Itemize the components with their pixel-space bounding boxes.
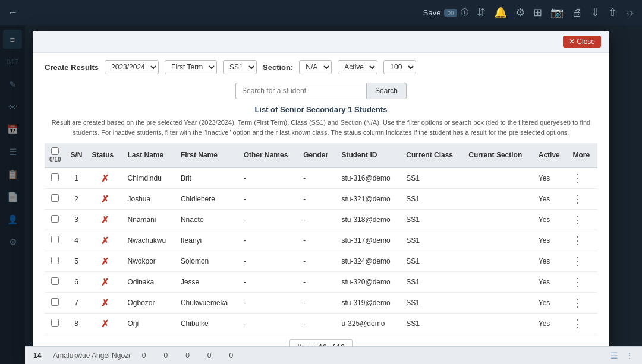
search-button[interactable]: Search bbox=[366, 83, 407, 99]
bottom-icon-1[interactable]: ☰ bbox=[610, 351, 618, 360]
table-row: 1 ✗ Chimdindu Brit - - stu-316@demo SS1 … bbox=[45, 167, 597, 189]
row-more-cell: ⋮ bbox=[568, 167, 597, 189]
row-checkbox[interactable] bbox=[51, 236, 59, 243]
row-checkbox-cell bbox=[45, 167, 65, 189]
count-select[interactable]: 100 bbox=[383, 60, 416, 74]
row-current-section bbox=[464, 167, 534, 189]
search-row: Search bbox=[45, 83, 597, 99]
header-checkbox-col: 0/10 bbox=[45, 143, 65, 167]
row-checkbox-cell bbox=[45, 189, 65, 210]
row-checkbox-cell bbox=[45, 314, 65, 334]
search-input[interactable] bbox=[235, 83, 366, 99]
overlay-backdrop: ✕ Close Create Results 2023/2024 First T… bbox=[0, 25, 642, 364]
select-all-checkbox[interactable] bbox=[51, 147, 59, 155]
row-gender: - bbox=[298, 167, 336, 189]
term-select[interactable]: First Term bbox=[165, 60, 217, 74]
close-button[interactable]: ✕ Close bbox=[563, 36, 601, 48]
row-student-id: stu-324@demo bbox=[336, 251, 401, 272]
row-current-class: SS1 bbox=[401, 210, 464, 230]
row-student-id: stu-321@demo bbox=[336, 189, 401, 210]
row-student-id: stu-318@demo bbox=[336, 210, 401, 230]
row-checkbox[interactable] bbox=[51, 257, 59, 264]
row-status: ✗ bbox=[87, 293, 122, 314]
info-title: List of Senior Secondary 1 Students bbox=[45, 105, 597, 114]
row-last-name: Chimdindu bbox=[122, 167, 175, 189]
col-val-4: 0 bbox=[207, 352, 212, 360]
row-first-name: Nnaeto bbox=[176, 210, 239, 230]
row-checkbox[interactable] bbox=[51, 319, 59, 327]
row-sn: 7 bbox=[65, 293, 87, 314]
row-current-section bbox=[464, 314, 534, 334]
row-checkbox[interactable] bbox=[51, 215, 59, 223]
row-status: ✗ bbox=[87, 272, 122, 293]
more-icon[interactable]: ⋮ bbox=[572, 255, 583, 267]
class-select[interactable]: SS1 bbox=[223, 60, 257, 74]
row-active: Yes bbox=[534, 230, 568, 251]
row-active: Yes bbox=[534, 251, 568, 272]
bottom-icon-2[interactable]: ⋮ bbox=[625, 351, 634, 360]
bottom-row-label: Amalukwue Angel Ngozi bbox=[53, 352, 130, 360]
sort-icon[interactable]: ⇵ bbox=[477, 6, 486, 19]
bottom-col-vals: 0 0 0 0 0 bbox=[142, 352, 233, 360]
table-row: 4 ✗ Nwachukwu Ifeanyi - - stu-317@demo S… bbox=[45, 230, 597, 251]
row-gender: - bbox=[298, 251, 336, 272]
more-icon[interactable]: ⋮ bbox=[572, 172, 583, 184]
row-current-section bbox=[464, 272, 534, 293]
theme-icon[interactable]: ☼ bbox=[625, 7, 635, 19]
row-student-id: u-325@demo bbox=[336, 314, 401, 334]
row-current-class: SS1 bbox=[401, 293, 464, 314]
row-student-id: stu-319@demo bbox=[336, 293, 401, 314]
more-icon[interactable]: ⋮ bbox=[572, 297, 583, 309]
more-icon[interactable]: ⋮ bbox=[572, 235, 583, 246]
gear-icon[interactable]: ⚙ bbox=[515, 6, 525, 19]
more-icon[interactable]: ⋮ bbox=[572, 214, 583, 226]
table-row: 8 ✗ Orji Chibuike - - u-325@demo SS1 Yes… bbox=[45, 314, 597, 334]
row-checkbox[interactable] bbox=[51, 194, 59, 202]
row-checkbox[interactable] bbox=[51, 298, 59, 306]
row-current-class: SS1 bbox=[401, 167, 464, 189]
row-current-class: SS1 bbox=[401, 272, 464, 293]
row-gender: - bbox=[298, 230, 336, 251]
row-more-cell: ⋮ bbox=[568, 314, 597, 334]
status-icon: ✗ bbox=[101, 173, 109, 183]
col-val-1: 0 bbox=[142, 352, 146, 360]
more-icon[interactable]: ⋮ bbox=[572, 318, 583, 330]
back-icon[interactable]: ← bbox=[7, 7, 18, 19]
row-more-cell: ⋮ bbox=[568, 293, 597, 314]
students-table: 0/10 S/N Status Last Name First Name Oth… bbox=[45, 143, 597, 334]
row-gender: - bbox=[298, 314, 336, 334]
section-select[interactable]: N/A bbox=[299, 60, 332, 74]
row-active: Yes bbox=[534, 189, 568, 210]
upload-icon[interactable]: ⇧ bbox=[608, 6, 617, 19]
row-sn: 8 bbox=[65, 314, 87, 334]
more-icon[interactable]: ⋮ bbox=[572, 193, 583, 205]
row-sn: 5 bbox=[65, 251, 87, 272]
header-current-section: Current Section bbox=[464, 143, 534, 167]
bell-icon[interactable]: 🔔 bbox=[494, 6, 507, 19]
save-status-icon: ⓘ bbox=[461, 7, 468, 18]
year-select[interactable]: 2023/2024 bbox=[105, 60, 159, 74]
row-more-cell: ⋮ bbox=[568, 251, 597, 272]
row-status: ✗ bbox=[87, 167, 122, 189]
download-icon[interactable]: ⇓ bbox=[591, 6, 600, 19]
row-sn: 6 bbox=[65, 272, 87, 293]
row-checkbox[interactable] bbox=[51, 277, 59, 285]
row-last-name: Orji bbox=[122, 314, 175, 334]
row-checkbox[interactable] bbox=[51, 173, 59, 181]
camera-icon[interactable]: 📷 bbox=[550, 6, 564, 19]
header-active: Active bbox=[534, 143, 568, 167]
grid-icon[interactable]: ⊞ bbox=[533, 6, 542, 19]
more-icon[interactable]: ⋮ bbox=[572, 276, 583, 288]
modal-header-bar: ✕ Close bbox=[33, 31, 609, 53]
row-status: ✗ bbox=[87, 251, 122, 272]
row-other-names: - bbox=[239, 293, 299, 314]
modal-content: Create Results 2023/2024 First Term SS1 … bbox=[33, 53, 609, 360]
row-first-name: Chidiebere bbox=[176, 189, 239, 210]
print-icon[interactable]: 🖨 bbox=[572, 7, 583, 19]
row-more-cell: ⋮ bbox=[568, 189, 597, 210]
status-icon: ✗ bbox=[101, 257, 109, 267]
row-other-names: - bbox=[239, 230, 299, 251]
row-sn: 1 bbox=[65, 167, 87, 189]
toolbar: ← Save on ⓘ ⇵ 🔔 ⚙ ⊞ 📷 🖨 ⇓ ⇧ ☼ bbox=[0, 0, 642, 25]
status-select[interactable]: Active bbox=[338, 60, 377, 74]
